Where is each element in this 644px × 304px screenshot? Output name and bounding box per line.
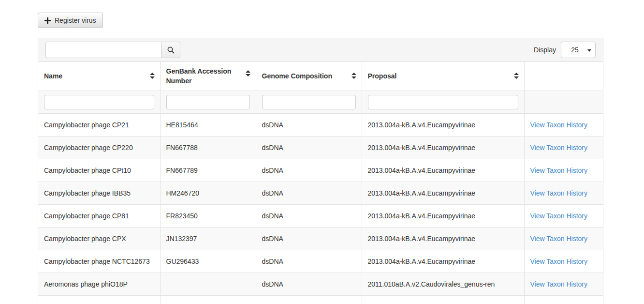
column-header-actions <box>524 62 603 91</box>
filter-input-accession[interactable] <box>166 95 250 109</box>
cell-genome-composition: dsDNA <box>256 136 362 159</box>
filter-input-genome[interactable] <box>262 95 356 109</box>
column-header-genbank-accession-number[interactable]: GenBank Accession Number <box>160 62 256 91</box>
cell-name: Campylobacter phage CP220 <box>38 136 160 159</box>
table-row: Campylobacter phage IBB35HM246720dsDNA20… <box>38 182 603 204</box>
cell-proposal: 2011.010aB.A.v2.Caudovirales_genus-ren <box>362 295 524 304</box>
cell-proposal: 2011.010aB.A.v2.Caudovirales_genus-ren <box>362 273 524 295</box>
cell-genome-composition: dsDNA <box>256 227 362 250</box>
cell-actions: View Taxon History <box>524 204 603 227</box>
cell-genome-composition: dsDNA <box>256 159 362 182</box>
filter-row <box>38 91 603 113</box>
search-button[interactable] <box>161 42 180 58</box>
column-header-proposal[interactable]: Proposal <box>362 62 524 91</box>
cell-actions: View Taxon History <box>524 182 603 204</box>
cell-proposal: 2013.004a-kB.A.v4.Eucampyvirinae <box>362 113 524 136</box>
column-header-genome-composition[interactable]: Genome Composition <box>256 62 362 91</box>
cell-proposal: 2013.004a-kB.A.v4.Eucampyvirinae <box>362 159 524 182</box>
cell-genome-composition: dsDNA <box>256 250 362 273</box>
virus-table-panel: Display 25 Name GenBank Accession Number… <box>38 38 603 304</box>
display-selected-value: 25 <box>571 46 579 54</box>
sort-icon <box>514 73 519 79</box>
cell-genbank-accession: GU296433 <box>160 250 256 273</box>
filter-input-proposal[interactable] <box>368 95 518 109</box>
cell-genome-composition: dsDNA <box>256 295 362 304</box>
plus-icon <box>44 17 51 24</box>
display-length-control: Display 25 <box>534 42 596 58</box>
view-taxon-history-link[interactable]: View Taxon History <box>530 189 588 197</box>
view-taxon-history-link[interactable]: View Taxon History <box>530 212 588 220</box>
table-toolbar: Display 25 <box>38 38 603 62</box>
table-row: Aeromonas phage phiO18PdsDNA2011.010aB.A… <box>38 273 603 295</box>
view-taxon-history-link[interactable]: View Taxon History <box>530 235 588 243</box>
column-header-name[interactable]: Name <box>38 62 160 91</box>
sort-icon <box>150 73 155 79</box>
view-taxon-history-link[interactable]: View Taxon History <box>530 167 588 174</box>
caret-down-icon <box>587 49 591 52</box>
cell-genbank-accession: FN667788 <box>160 136 256 159</box>
register-virus-label: Register virus <box>55 16 96 24</box>
cell-proposal: 2013.004a-kB.A.v4.Eucampyvirinae <box>362 227 524 250</box>
cell-proposal: 2013.004a-kB.A.v4.Eucampyvirinae <box>362 182 524 204</box>
virus-table: Name GenBank Accession Number Genome Com… <box>38 62 603 304</box>
register-virus-button[interactable]: Register virus <box>38 13 103 28</box>
header-row: Name GenBank Accession Number Genome Com… <box>38 62 603 91</box>
cell-name: Campylobacter phage CP21 <box>38 113 160 136</box>
cell-genbank-accession <box>160 273 256 295</box>
cell-proposal: 2013.004a-kB.A.v4.Eucampyvirinae <box>362 250 524 273</box>
cell-name: Campylobacter phage CPt10 <box>38 159 160 182</box>
table-row: Campylobacter phage NCTC12673GU296433dsD… <box>38 250 603 273</box>
cell-genbank-accession: FR823450 <box>160 204 256 227</box>
cell-actions: View Taxon History <box>524 136 603 159</box>
search-group <box>45 42 180 58</box>
view-taxon-history-link[interactable]: View Taxon History <box>530 144 588 152</box>
cell-proposal: 2013.004a-kB.A.v4.Eucampyvirinae <box>362 136 524 159</box>
cell-actions: View Taxon History <box>524 250 603 273</box>
cell-actions: View Taxon History <box>524 159 603 182</box>
display-select[interactable]: 25 <box>561 42 596 58</box>
sort-icon <box>246 70 250 76</box>
cell-genbank-accession: JN132397 <box>160 227 256 250</box>
view-taxon-history-link[interactable]: View Taxon History <box>530 121 588 129</box>
search-input[interactable] <box>45 42 161 58</box>
search-icon <box>167 46 175 54</box>
table-row: Campylobacter phage CPXJN132397dsDNA2013… <box>38 227 603 250</box>
table-row: Campylobacter phage CPt10FN667789dsDNA20… <box>38 159 603 182</box>
cell-actions: View Taxon History <box>524 227 603 250</box>
cell-genome-composition: dsDNA <box>256 273 362 295</box>
sort-icon <box>351 73 356 79</box>
cell-genome-composition: dsDNA <box>256 182 362 204</box>
cell-genome-composition: dsDNA <box>256 204 362 227</box>
table-body: Campylobacter phage CP21HE815464dsDNA201… <box>38 113 603 304</box>
display-label: Display <box>534 46 556 54</box>
table-row: Campylobacter phage CP21HE815464dsDNA201… <box>38 113 603 136</box>
table-row: Campylobacter phage CP81FR823450dsDNA201… <box>38 204 603 227</box>
cell-name: Campylobacter phage CPX <box>38 227 160 250</box>
cell-genome-composition: dsDNA <box>256 113 362 136</box>
cell-genbank-accession: HE815464 <box>160 113 256 136</box>
cell-name: Campylobacter phage NCTC12673 <box>38 250 160 273</box>
cell-name: Campylobacter phage CP81 <box>38 204 160 227</box>
cell-name: Campylobacter phage IBB35 <box>38 182 160 204</box>
view-taxon-history-link[interactable]: View Taxon History <box>530 280 588 288</box>
cell-name: Haemophilus phage HP1 <box>38 295 160 304</box>
cell-actions: View Taxon History <box>524 295 603 304</box>
cell-actions: View Taxon History <box>524 113 603 136</box>
view-taxon-history-link[interactable]: View Taxon History <box>530 258 588 265</box>
cell-proposal: 2013.004a-kB.A.v4.Eucampyvirinae <box>362 204 524 227</box>
table-row: Campylobacter phage CP220FN667788dsDNA20… <box>38 136 603 159</box>
cell-actions: View Taxon History <box>524 273 603 295</box>
filter-input-name[interactable] <box>44 95 154 109</box>
cell-genbank-accession: FN667789 <box>160 159 256 182</box>
cell-genbank-accession <box>160 295 256 304</box>
table-row: Haemophilus phage HP1dsDNA2011.010aB.A.v… <box>38 295 603 304</box>
cell-name: Aeromonas phage phiO18P <box>38 273 160 295</box>
cell-genbank-accession: HM246720 <box>160 182 256 204</box>
